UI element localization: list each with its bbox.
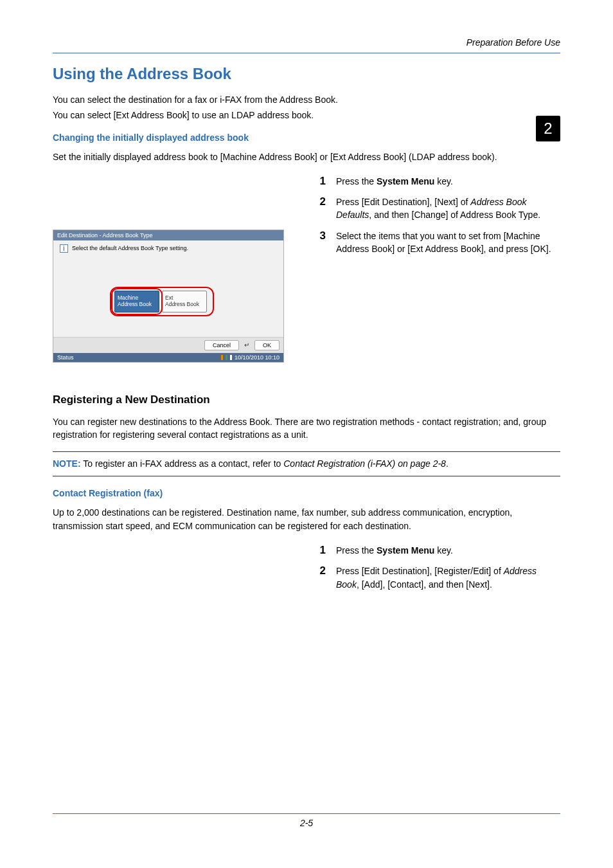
step-1-c: key. [434,176,453,186]
subsection-title: Registering a New Destination [53,393,560,406]
note-a: To register an i-FAX address as a contac… [81,458,284,469]
note-line: NOTE: To register an i-FAX address as a … [53,457,560,471]
info-icon: i [60,244,68,253]
step-3-number: 3 [313,230,326,242]
cf-step-1-number: 1 [313,544,326,557]
header-rule [53,53,560,53]
cf-step-1-c: key. [434,545,453,556]
cf-step-1-text: Press the System Menu key. [336,544,560,557]
status-bar-icon [230,355,232,360]
section-title: Using the Address Book [53,65,560,83]
note-b: Contact Registration (i-FAX) on page 2-8 [283,458,446,469]
step-1-a: Press the [336,176,377,186]
intro-p1: You can select the destination for a fax… [53,93,560,106]
cf-step-2-text: Press [Edit Destination], [Register/Edit… [336,565,560,591]
step-2-text: Press [Edit Destination], [Next] of Addr… [336,195,560,222]
step-2-number: 2 [313,195,326,208]
intro-p2: You can select [Ext Address Book] to use… [53,109,560,122]
status-bar-icon [226,355,227,360]
running-header: Preparation Before Use [53,37,560,48]
cf-step-2-a: Press [Edit Destination], [Register/Edit… [336,566,504,576]
enter-icon: ↵ [244,341,249,348]
page-number: 2-5 [53,818,560,828]
chapter-badge: 2 [536,116,560,141]
note-c: . [446,458,449,469]
note-rule-top [53,451,560,452]
cf-step-2-c: , [Add], [Contact], and then [Next]. [357,579,492,590]
panel-title: Edit Destination - Address Book Type [53,230,283,240]
panel-machine-l2: Address Book [118,302,156,308]
contact-fax-intro: Up to 2,000 destinations can be register… [53,506,560,532]
register-intro: You can register new destinations to the… [53,415,560,442]
note-label: NOTE: [53,458,81,469]
panel-ext-button[interactable]: Ext Address Book [162,291,207,312]
panel-machine-button[interactable]: Machine Address Book [114,291,159,312]
panel-status-label: Status [57,354,74,361]
panel-figure: Edit Destination - Address Book Type i S… [53,230,287,363]
panel-info-text: Select the default Address Book Type set… [72,245,188,251]
panel-ext-l2: Address Book [165,302,204,308]
cf-step-2-number: 2 [313,565,326,577]
changing-intro: Set the initially displayed address book… [53,150,560,163]
step-1-text: Press the System Menu key. [336,175,560,188]
note-rule-bottom [53,476,560,476]
cf-step-1-a: Press the [336,545,377,556]
panel-timestamp: 10/10/2010 10:10 [235,354,280,361]
footer-rule [53,813,560,814]
step-2-a: Press [Edit Destination], [Next] of [336,197,470,207]
subhead-changing: Changing the initially displayed address… [53,132,560,143]
step-1-b: System Menu [377,176,434,186]
step-3-text: Select the items that you want to set fr… [336,230,560,256]
panel-ok-button[interactable]: OK [254,340,280,350]
step-1-number: 1 [313,175,326,188]
subhead-contact-fax: Contact Registration (fax) [53,488,560,498]
status-bar-icon [221,355,223,360]
cf-step-1-b: System Menu [377,545,434,556]
step-2-c: , and then [Change] of Address Book Type… [369,210,540,220]
panel-cancel-button[interactable]: Cancel [204,340,239,350]
